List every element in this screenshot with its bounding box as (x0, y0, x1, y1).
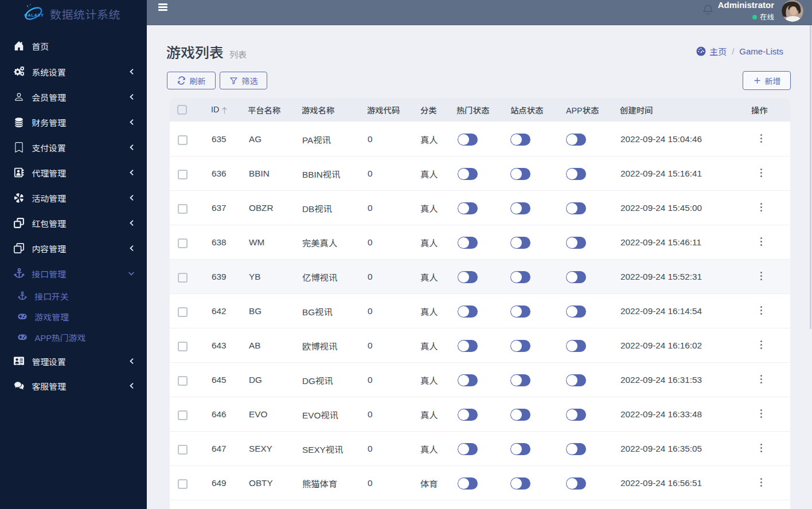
svg-text:GALAXY: GALAXY (24, 13, 44, 18)
